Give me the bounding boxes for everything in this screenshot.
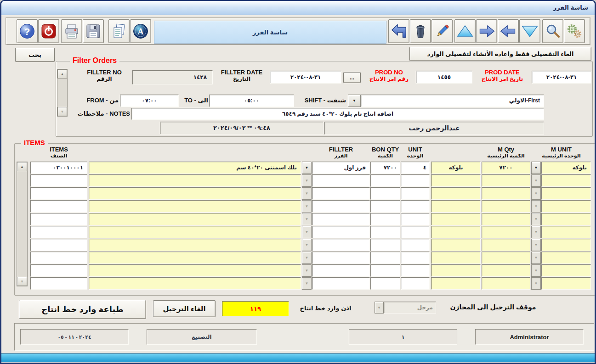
item-m-unit-cell[interactable] xyxy=(541,264,591,277)
filter-dropdown-icon[interactable]: ▼ xyxy=(302,174,312,187)
filter-dropdown-icon[interactable]: ▼ xyxy=(302,239,312,251)
item-desc-cell[interactable]: بلك اسمنتى ٢٠*٤٠ سم xyxy=(89,162,301,174)
from-field[interactable]: ٠٧:٠٠ xyxy=(120,95,179,107)
search-nav-button[interactable] xyxy=(542,19,563,43)
item-bon-qty-cell[interactable]: ٧٢٠٠ xyxy=(370,162,400,174)
item-filter-cell[interactable] xyxy=(312,187,370,200)
print-button[interactable] xyxy=(61,19,82,43)
browse-date-button[interactable]: ... xyxy=(343,72,361,83)
item-filter-cell[interactable] xyxy=(312,264,370,277)
item-desc-cell[interactable] xyxy=(89,174,301,187)
save-button[interactable] xyxy=(83,19,104,43)
m-unit-dropdown-icon[interactable]: ▼ xyxy=(531,277,541,290)
item-code-cell[interactable] xyxy=(30,174,87,187)
item-bon-qty-cell[interactable] xyxy=(370,252,400,264)
m-unit-dropdown-icon[interactable]: ▼ xyxy=(531,187,541,200)
item-filter-cell[interactable] xyxy=(312,174,370,187)
item-m-unit-cell[interactable] xyxy=(541,200,591,213)
scroll-up-icon[interactable]: ▲ xyxy=(57,69,67,78)
item-desc-cell[interactable] xyxy=(89,213,301,225)
item-m-unit-cell[interactable] xyxy=(541,213,591,225)
notes-field[interactable]: اضافة انتاج تام بلوك ٢٠*٤٠ سند رقم ٦٥٤٩ xyxy=(131,108,544,120)
m-unit-dropdown-icon[interactable]: ▼ xyxy=(531,264,541,277)
item-code-cell[interactable] xyxy=(30,252,87,264)
m-unit-dropdown-icon[interactable]: ▼ xyxy=(531,162,541,174)
filter-dropdown-icon[interactable]: ▼ xyxy=(302,162,312,174)
item-code-cell[interactable] xyxy=(30,187,87,200)
item-unit-cell[interactable] xyxy=(401,187,430,200)
item-m-unit-cell[interactable] xyxy=(541,174,591,187)
item-unit-cell[interactable] xyxy=(401,226,430,238)
filter-dropdown-icon[interactable]: ▼ xyxy=(302,187,312,200)
item-m-unit-cell[interactable] xyxy=(541,277,591,290)
item-bon-qty-cell[interactable] xyxy=(370,277,400,290)
nav-prev-button[interactable] xyxy=(498,19,519,43)
nav-next-button[interactable] xyxy=(476,19,497,43)
scroll-down-icon[interactable]: ▼ xyxy=(57,107,67,116)
item-filter-cell[interactable] xyxy=(312,252,370,264)
filter-dropdown-icon[interactable]: ▼ xyxy=(302,226,312,238)
recreate-detail-button[interactable]: الغاء التفصيلى فقط واعاده الأنشاء لتفصيل… xyxy=(409,47,591,61)
item-unit-cell[interactable] xyxy=(401,277,430,290)
item-code-cell[interactable] xyxy=(30,277,87,290)
item-code-cell[interactable]: ٠٣٠٠١٠٠٠١ xyxy=(30,162,87,174)
m-unit-dropdown-icon[interactable]: ▼ xyxy=(531,239,541,251)
item-code-cell[interactable] xyxy=(30,264,87,277)
item-unit-cell[interactable] xyxy=(401,252,430,264)
item-bon-qty-cell[interactable] xyxy=(370,174,400,187)
cancel-post-button[interactable]: الغاء الترحيل xyxy=(153,300,216,317)
item-filter-cell[interactable] xyxy=(312,226,370,238)
edit-button[interactable] xyxy=(431,19,453,43)
item-unit-cell[interactable] xyxy=(401,213,430,225)
prod-no-field[interactable]: ١٤٥٥ xyxy=(416,71,472,84)
item-code-cell[interactable] xyxy=(30,213,87,225)
delete-button[interactable] xyxy=(410,19,431,43)
settings-button[interactable] xyxy=(564,19,585,43)
item-bon-qty-cell[interactable] xyxy=(370,213,400,225)
filter-dropdown-icon[interactable]: ▼ xyxy=(302,277,312,290)
titlebar[interactable]: شاشة الفرز xyxy=(1,1,595,15)
to-field[interactable]: ٠٥:٠٠ xyxy=(209,95,294,107)
item-desc-cell[interactable] xyxy=(89,264,301,277)
item-unit-cell[interactable]: ٤ xyxy=(401,162,430,174)
item-desc-cell[interactable] xyxy=(89,252,301,264)
search-button[interactable]: بحث xyxy=(15,48,55,62)
item-bon-qty-cell[interactable] xyxy=(370,264,400,277)
item-desc-cell[interactable] xyxy=(89,277,301,290)
filter-scrollbar[interactable]: ▲ ▼ xyxy=(57,69,68,117)
item-desc-cell[interactable] xyxy=(89,200,301,213)
item-unit-cell[interactable] xyxy=(401,200,430,213)
m-unit-dropdown-icon[interactable]: ▼ xyxy=(531,226,541,238)
m-unit-dropdown-icon[interactable]: ▼ xyxy=(531,252,541,264)
item-code-cell[interactable] xyxy=(30,239,87,251)
filter-dropdown-icon[interactable]: ▼ xyxy=(302,264,312,277)
font-button[interactable]: A xyxy=(130,19,151,43)
item-bon-qty-cell[interactable] xyxy=(370,226,400,238)
item-bon-qty-cell[interactable] xyxy=(370,200,400,213)
undo-button[interactable] xyxy=(388,19,409,43)
item-bon-qty-cell[interactable] xyxy=(370,239,400,251)
shift-field[interactable]: الاولي-First xyxy=(361,95,544,107)
nav-first-button[interactable] xyxy=(454,19,476,43)
item-m-unit-cell[interactable] xyxy=(541,239,591,251)
exit-button[interactable] xyxy=(38,19,59,43)
shift-dropdown-icon[interactable]: ▼ xyxy=(348,95,361,107)
item-filter-cell[interactable] xyxy=(312,213,370,225)
copy-button[interactable] xyxy=(108,19,130,43)
fillter-date-field[interactable]: ٣١-٠٨-٢٠٢٤ xyxy=(270,71,341,84)
item-unit-cell[interactable] xyxy=(401,174,430,187)
permit-number-field[interactable]: ١١٩ xyxy=(222,301,289,316)
m-unit-dropdown-icon[interactable]: ▼ xyxy=(531,213,541,225)
filter-dropdown-icon[interactable]: ▼ xyxy=(302,213,312,225)
item-m-unit-cell[interactable] xyxy=(541,252,591,264)
nav-last-button[interactable] xyxy=(519,19,540,43)
print-incoming-button[interactable]: طباعة وارد خط انتاج xyxy=(19,300,146,319)
item-filter-cell[interactable] xyxy=(312,200,370,213)
help-button[interactable]: ? xyxy=(17,19,38,43)
item-unit-cell[interactable] xyxy=(401,239,430,251)
filter-dropdown-icon[interactable]: ▼ xyxy=(302,252,312,264)
item-filter-cell[interactable] xyxy=(312,277,370,290)
m-unit-dropdown-icon[interactable]: ▼ xyxy=(531,200,541,213)
m-unit-dropdown-icon[interactable]: ▼ xyxy=(531,174,541,187)
item-m-unit-cell[interactable] xyxy=(541,187,591,200)
